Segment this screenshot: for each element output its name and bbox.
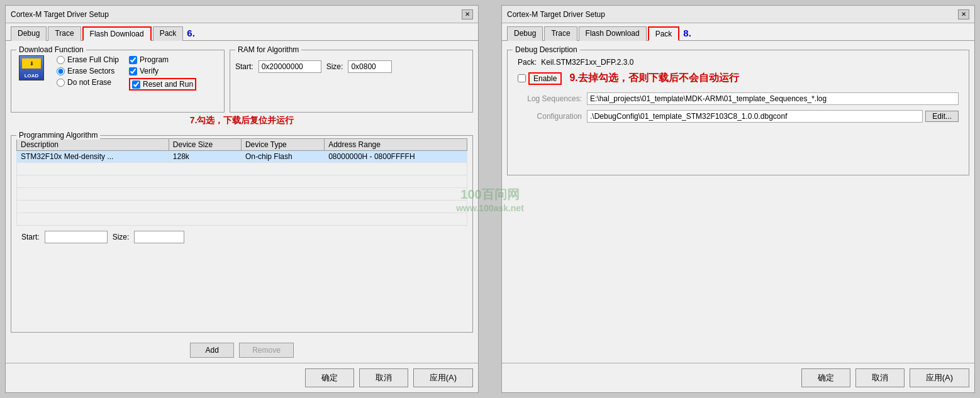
- cell-address-range: 08000000H - 0800FFFFH: [325, 151, 467, 163]
- checkbox-reset-run-label: Reset and Run: [143, 80, 193, 89]
- title-bar-right: Cortex-M Target Driver Setup ✕: [502, 6, 974, 23]
- log-sequences-label: Log Sequences:: [518, 94, 587, 103]
- start-input[interactable]: [259, 60, 321, 73]
- radio-erase-full: Erase Full Chip: [57, 55, 119, 64]
- radio-erase-full-input[interactable]: [57, 56, 65, 64]
- checkbox-program: Program: [129, 55, 196, 64]
- title-buttons-right: ✕: [958, 9, 969, 19]
- algo-start-label: Start:: [21, 233, 40, 241]
- bottom-buttons-left: 确定 取消 应用(A): [6, 363, 478, 392]
- ram-area: Start: Size:: [235, 53, 467, 73]
- download-function-title: Download Function: [16, 45, 86, 54]
- annotation-number-6: 6.: [187, 28, 195, 38]
- radio-erase-full-label: Erase Full Chip: [67, 55, 119, 64]
- ram-algorithm-title: RAM for Algorithm: [235, 45, 301, 54]
- algo-start-input[interactable]: [45, 231, 108, 243]
- cell-device-size: 128k: [169, 151, 241, 163]
- checkbox-reset-run-input[interactable]: [132, 80, 140, 89]
- configuration-row: Configuration Edit...: [518, 110, 959, 123]
- cancel-button-left[interactable]: 取消: [359, 368, 408, 387]
- tab-pack-left[interactable]: Pack: [153, 26, 184, 41]
- confirm-button-right[interactable]: 确定: [801, 368, 850, 387]
- add-remove-buttons: Add Remove: [11, 343, 473, 358]
- size-input[interactable]: [348, 60, 392, 73]
- log-sequences-input[interactable]: [587, 92, 959, 105]
- radio-erase-sectors-label: Erase Sectors: [67, 67, 114, 75]
- radio-erase-sectors-input[interactable]: [57, 67, 65, 75]
- icon-area: LOAD ⬇: [16, 53, 47, 83]
- options-area: Erase Full Chip Erase Sectors Do not Era…: [57, 53, 196, 91]
- tab-debug-left[interactable]: Debug: [11, 26, 47, 41]
- pack-value: Keil.STM32F1xx_DFP.2.3.0: [541, 58, 633, 67]
- dialog-content-right: Debug Description Pack: Keil.STM32F1xx_D…: [502, 41, 974, 363]
- algo-table: Description Device Size Device Type Addr…: [16, 138, 467, 226]
- radio-do-not-erase-input[interactable]: [57, 79, 65, 87]
- annotation-9: 9.去掉勾选，否则下载后不会自动运行: [569, 72, 738, 85]
- tab-flashdownload-left[interactable]: Flash Download: [82, 26, 152, 41]
- algo-size-label: Size:: [113, 233, 130, 241]
- ram-algorithm-group: RAM for Algorithm Start: Size:: [230, 50, 473, 113]
- download-function-group: Download Function LOAD ⬇: [11, 50, 225, 113]
- configuration-input[interactable]: [587, 110, 923, 123]
- col-description: Description: [17, 139, 169, 151]
- checkbox-program-label: Program: [140, 55, 169, 64]
- download-function-area: LOAD ⬇ Erase Full Chip: [16, 53, 219, 91]
- checkbox-program-input[interactable]: [129, 56, 137, 64]
- checkbox-verify-label: Verify: [140, 67, 159, 75]
- add-button[interactable]: Add: [190, 343, 234, 358]
- configuration-label: Configuration: [518, 112, 587, 121]
- checkbox-verify-input[interactable]: [129, 67, 137, 75]
- debug-desc-content: Pack: Keil.STM32F1xx_DFP.2.3.0 Enable 9.…: [513, 53, 964, 133]
- dialog-right: Cortex-M Target Driver Setup ✕ Debug Tra…: [501, 5, 975, 393]
- remove-button[interactable]: Remove: [239, 343, 294, 358]
- checkbox-group: Program Verify Reset and Run: [129, 53, 196, 91]
- tab-trace-left[interactable]: Trace: [48, 26, 81, 41]
- debug-description-title: Debug Description: [513, 45, 580, 54]
- confirm-button-left[interactable]: 确定: [305, 368, 354, 387]
- bottom-buttons-right: 确定 取消 应用(A): [502, 363, 974, 392]
- cell-description: STM32F10x Med-density ...: [17, 151, 169, 163]
- table-row[interactable]: STM32F10x Med-density ... 128k On-chip F…: [17, 151, 467, 163]
- title-buttons-left: ✕: [462, 9, 473, 19]
- dialog-left: Cortex-M Target Driver Setup ✕ Debug Tra…: [5, 5, 479, 393]
- start-label: Start:: [235, 62, 253, 71]
- edit-button[interactable]: Edit...: [925, 111, 959, 122]
- checkbox-reset-run-highlighted: Reset and Run: [129, 78, 196, 91]
- col-device-size: Device Size: [169, 139, 241, 151]
- algo-size-input[interactable]: [134, 231, 184, 243]
- annotation7-container: 7.勾选，下载后复位并运行: [11, 115, 473, 126]
- radio-do-not-erase: Do not Erase: [57, 78, 119, 87]
- title-left: Cortex-M Target Driver Setup: [11, 10, 109, 19]
- log-sequences-row: Log Sequences:: [518, 92, 959, 105]
- col-device-type: Device Type: [241, 139, 324, 151]
- spacer: 100百问网 www.100ask.net: [484, 5, 496, 393]
- radio-erase-sectors: Erase Sectors: [57, 67, 119, 75]
- enable-checkbox[interactable]: [518, 74, 526, 82]
- close-button-left[interactable]: ✕: [462, 9, 473, 19]
- radio-do-not-erase-label: Do not Erase: [67, 78, 111, 87]
- apply-button-left[interactable]: 应用(A): [413, 368, 473, 387]
- tab-trace-right[interactable]: Trace: [544, 26, 577, 41]
- debug-description-group: Debug Description Pack: Keil.STM32F1xx_D…: [507, 50, 969, 175]
- tabs-right: Debug Trace Flash Download Pack 8.: [502, 23, 974, 41]
- programming-algorithm-group: Programming Algorithm Description Device…: [11, 135, 473, 333]
- load-icon: LOAD ⬇: [19, 55, 44, 80]
- top-section-left: Download Function LOAD ⬇: [11, 46, 473, 113]
- dialog-content-left: Download Function LOAD ⬇: [6, 41, 478, 363]
- close-button-right[interactable]: ✕: [958, 9, 969, 19]
- checkbox-verify: Verify: [129, 67, 196, 75]
- annotation-7: 7.勾选，下载后复位并运行: [190, 115, 294, 125]
- cancel-button-right[interactable]: 取消: [855, 368, 905, 387]
- start-size-row: Start: Size:: [16, 231, 467, 243]
- apply-button-right[interactable]: 应用(A): [910, 368, 969, 387]
- size-label: Size:: [326, 62, 343, 71]
- pack-label: Pack:: [518, 58, 537, 67]
- tab-debug-right[interactable]: Debug: [507, 26, 543, 41]
- programming-algorithm-title: Programming Algorithm: [16, 131, 100, 140]
- tabs-left: Debug Trace Flash Download Pack 6.: [6, 23, 478, 41]
- enable-line: Enable 9.去掉勾选，否则下载后不会自动运行: [518, 72, 959, 85]
- enable-label: Enable: [528, 72, 562, 85]
- radio-group: Erase Full Chip Erase Sectors Do not Era…: [57, 53, 119, 91]
- tab-pack-right[interactable]: Pack: [648, 26, 680, 41]
- tab-flashdownload-right[interactable]: Flash Download: [579, 26, 647, 41]
